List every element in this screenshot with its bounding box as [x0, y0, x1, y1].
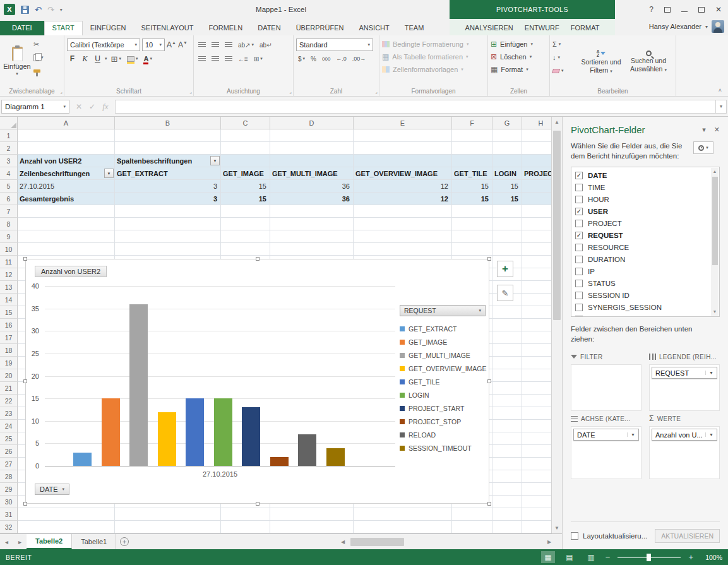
- underline-options-icon[interactable]: ▾: [105, 56, 107, 61]
- ribbon-tab-ansicht[interactable]: ANSICHT: [351, 21, 397, 35]
- cell-E1[interactable]: [354, 129, 452, 142]
- cell-G22[interactable]: [492, 395, 522, 407]
- cell-H30[interactable]: [522, 496, 551, 508]
- cell-F9[interactable]: [452, 230, 492, 243]
- account-chip[interactable]: Hansy Alexander ▾: [649, 20, 724, 33]
- cell-B8[interactable]: [115, 218, 221, 230]
- cell-D1[interactable]: [270, 129, 354, 142]
- cell-E2[interactable]: [354, 142, 452, 155]
- cell-H28[interactable]: [522, 470, 551, 483]
- cell-G18[interactable]: [492, 344, 522, 357]
- cell-A10[interactable]: [18, 243, 115, 256]
- cell-H25[interactable]: [522, 432, 551, 445]
- cell-G31[interactable]: [492, 508, 522, 521]
- checkbox[interactable]: [575, 280, 583, 287]
- checkbox[interactable]: [575, 304, 583, 311]
- cell-H18[interactable]: [522, 344, 551, 357]
- cell-H6[interactable]: [522, 193, 551, 205]
- field-item-date[interactable]: ✓DATE: [573, 169, 710, 181]
- ribbon-tab-formeln[interactable]: FORMELN: [201, 21, 250, 35]
- cell-E3[interactable]: [354, 155, 452, 167]
- cell-G9[interactable]: [492, 230, 522, 243]
- row-header-31[interactable]: 31: [0, 508, 18, 521]
- bar-login[interactable]: [214, 398, 232, 466]
- insert-function-button[interactable]: fx: [102, 102, 108, 112]
- checkbox[interactable]: [575, 184, 583, 191]
- cell-C9[interactable]: [221, 230, 270, 243]
- cell-H2[interactable]: [522, 142, 551, 155]
- field-item-ip[interactable]: IP: [573, 265, 710, 277]
- cell-H19[interactable]: [522, 357, 551, 369]
- format-cells-button[interactable]: ▦Format▾: [491, 63, 547, 76]
- cell-G28[interactable]: [492, 470, 522, 483]
- cell-E10[interactable]: [354, 243, 452, 256]
- font-name-combo[interactable]: Calibri (Textkörpe▾: [67, 39, 140, 51]
- checkbox[interactable]: [575, 316, 583, 318]
- cell-B4[interactable]: GET_EXTRACT: [115, 167, 221, 180]
- row-header-8[interactable]: 8: [0, 218, 18, 230]
- scroll-left-icon[interactable]: ◀: [338, 539, 348, 545]
- row-header-19[interactable]: 19: [0, 357, 18, 369]
- wrap-text-button[interactable]: ab↵: [258, 39, 274, 51]
- cell-H21[interactable]: [522, 382, 551, 395]
- values-drop-zone[interactable]: Anzahl von U...▼: [649, 426, 720, 479]
- cell-C3[interactable]: [221, 155, 270, 167]
- format-painter-button[interactable]: [33, 66, 44, 76]
- cell-H27[interactable]: [522, 458, 551, 470]
- row-header-9[interactable]: 9: [0, 230, 18, 243]
- cell-A9[interactable]: [18, 230, 115, 243]
- cell-A5[interactable]: 27.10.2015: [18, 180, 115, 193]
- bar-project_stop[interactable]: [270, 457, 289, 466]
- formula-input[interactable]: [115, 100, 715, 114]
- axis-field-button[interactable]: DATE ▾: [35, 484, 69, 495]
- cell-G30[interactable]: [492, 496, 522, 508]
- accounting-format-button[interactable]: $▾: [296, 53, 307, 65]
- sort-filter-button[interactable]: AZ Sortieren und Filtern ▾: [578, 38, 624, 85]
- column-header-E[interactable]: E: [354, 117, 452, 129]
- row-header-11[interactable]: 11: [0, 256, 18, 268]
- row-header-7[interactable]: 7: [0, 205, 18, 218]
- chart-title-field-button[interactable]: Anzahl von USER2: [35, 266, 107, 277]
- worksheet-grid[interactable]: ABCDEFGH 123Anzahl von USER2Spaltenbesch…: [0, 117, 551, 533]
- cell-B31[interactable]: [115, 508, 221, 521]
- cell-H16[interactable]: [522, 319, 551, 331]
- cell-H31[interactable]: [522, 508, 551, 521]
- row-header-24[interactable]: 24: [0, 420, 18, 432]
- cell-G26[interactable]: [492, 445, 522, 458]
- cell-H24[interactable]: [522, 420, 551, 432]
- tools-button[interactable]: ▾: [693, 141, 713, 154]
- cell-C6[interactable]: 15: [221, 193, 270, 205]
- ribbon-tab-format[interactable]: FORMAT: [565, 21, 606, 35]
- cell-G2[interactable]: [492, 142, 522, 155]
- row-header-3[interactable]: 3: [0, 155, 18, 167]
- cell-F2[interactable]: [452, 142, 492, 155]
- cell-B7[interactable]: [115, 205, 221, 218]
- cell-A7[interactable]: [18, 205, 115, 218]
- cell-H11[interactable]: [522, 256, 551, 268]
- cell-H13[interactable]: [522, 281, 551, 294]
- cell-styles-button[interactable]: Zellenformatvorlagen▾: [382, 63, 485, 76]
- cell-G3[interactable]: [492, 155, 522, 167]
- cell-G4[interactable]: LOGIN: [492, 167, 522, 180]
- cell-A4[interactable]: Zeilenbeschriftungen▼: [18, 167, 115, 180]
- cell-H12[interactable]: [522, 268, 551, 281]
- find-select-button[interactable]: Suchen und Auswählen ▾: [626, 38, 671, 85]
- row-header-26[interactable]: 26: [0, 445, 18, 458]
- cell-D2[interactable]: [270, 142, 354, 155]
- scroll-up-icon[interactable]: ▲: [552, 117, 562, 128]
- cell-D10[interactable]: [270, 243, 354, 256]
- dialog-launcher-icon[interactable]: ⌟: [375, 89, 378, 95]
- ribbon-tab-analysieren[interactable]: ANALYSIEREN: [460, 21, 519, 35]
- close-icon[interactable]: ✕: [715, 5, 722, 14]
- align-top-button[interactable]: [196, 39, 208, 51]
- bar-get_multi_image[interactable]: [129, 304, 148, 467]
- paste-button[interactable]: Einfügen ▾: [3, 38, 32, 85]
- dialog-launcher-icon[interactable]: ⌟: [60, 89, 63, 95]
- row-header-25[interactable]: 25: [0, 432, 18, 445]
- checkbox[interactable]: [575, 196, 583, 203]
- merge-center-button[interactable]: ⊞▾: [252, 53, 265, 65]
- name-box[interactable]: Diagramm 1 ▾: [1, 100, 69, 114]
- align-bottom-button[interactable]: [223, 39, 234, 51]
- row-header-15[interactable]: 15: [0, 306, 18, 319]
- cell-H32[interactable]: [522, 521, 551, 533]
